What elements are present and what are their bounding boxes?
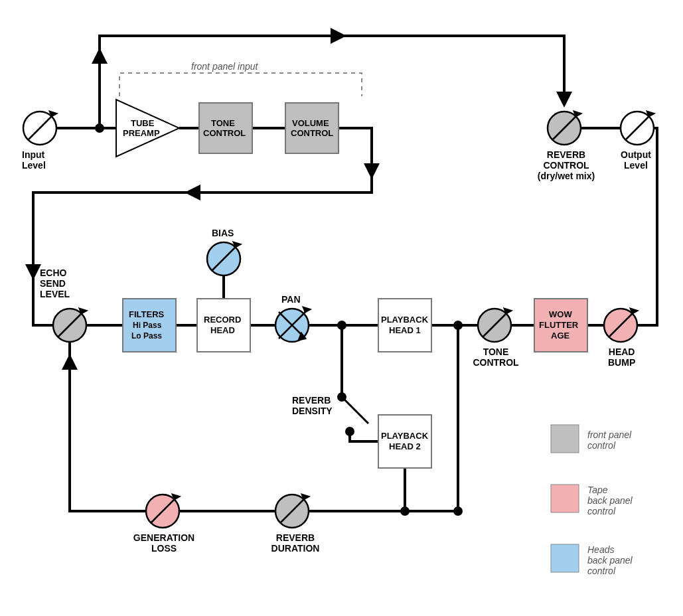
svg-text:Lo Pass: Lo Pass	[131, 331, 162, 341]
label-input-level: InputLevel	[22, 149, 46, 171]
knob-generation-loss	[146, 495, 179, 528]
knob-pan	[275, 307, 310, 342]
knob-bias	[207, 242, 240, 275]
svg-text:PREAMP: PREAMP	[123, 128, 160, 138]
label-reverb-density: REVERBDENSITY	[292, 395, 333, 416]
svg-rect-56	[551, 544, 579, 572]
svg-text:CONTROL: CONTROL	[203, 128, 246, 138]
svg-text:TUBE: TUBE	[131, 118, 155, 128]
label-generation-loss: GENERATIONLOSS	[131, 532, 197, 554]
svg-text:HEAD: HEAD	[210, 325, 235, 335]
label-tone-control-right: TONECONTROL	[473, 346, 519, 368]
label-echo-send-level: ECHOSENDLEVEL	[40, 268, 70, 299]
block-record-head: RECORD HEAD	[197, 299, 250, 352]
block-playback-head-1: PLAYBACK HEAD 1	[378, 299, 431, 352]
svg-text:RECORD: RECORD	[204, 315, 241, 325]
svg-text:PLAYBACK: PLAYBACK	[381, 431, 429, 441]
svg-text:TONE: TONE	[211, 118, 235, 128]
knob-output-level	[621, 112, 654, 145]
knob-reverb-duration	[275, 495, 309, 528]
svg-rect-54	[551, 425, 579, 453]
block-tone-control-top: TONE CONTROL	[199, 103, 252, 153]
svg-text:WOW: WOW	[549, 309, 572, 319]
label-pan: PAN	[281, 294, 301, 305]
knob-head-bump	[604, 309, 637, 342]
svg-rect-55	[551, 485, 579, 512]
svg-text:Hi Pass: Hi Pass	[133, 321, 162, 330]
label-reverb-duration: REVERBDURATION	[266, 532, 325, 554]
legend-front-panel: front panelcontrol	[587, 429, 631, 451]
label-output-level: OutputLevel	[621, 149, 651, 171]
legend	[551, 425, 579, 572]
knob-tone-control-right	[478, 309, 511, 342]
legend-tape-back-panel: Tapeback panelcontrol	[587, 485, 633, 516]
svg-text:PLAYBACK: PLAYBACK	[381, 315, 429, 325]
svg-text:FILTERS: FILTERS	[129, 309, 165, 319]
svg-text:HEAD 2: HEAD 2	[389, 441, 421, 451]
block-filters: FILTERS Hi Pass Lo Pass	[123, 299, 176, 352]
label-reverb-control: REVERBCONTROL(dry/wet mix)	[533, 149, 599, 181]
svg-text:CONTROL: CONTROL	[291, 128, 333, 138]
label-head-bump: HEADBUMP	[608, 346, 635, 368]
label-front-panel-input: front panel input	[191, 61, 258, 72]
block-volume-control: VOLUME CONTROL	[285, 103, 339, 153]
block-tube-preamp: TUBE PREAMP	[116, 100, 179, 157]
svg-point-0	[96, 125, 103, 131]
svg-text:VOLUME: VOLUME	[292, 118, 329, 128]
knob-input-level	[23, 112, 56, 145]
signal-flow-diagram: TUBE PREAMP TONE CONTROL VOLUME CONTROL …	[0, 0, 683, 616]
block-playback-head-2: PLAYBACK HEAD 2	[378, 415, 431, 468]
svg-text:HEAD 1: HEAD 1	[389, 325, 421, 335]
legend-heads-back-panel: Headsback panelcontrol	[587, 544, 633, 576]
knob-reverb-control	[548, 112, 581, 145]
knob-echo-send-level	[53, 309, 86, 342]
block-wow-flutter-age: WOW FLUTTER AGE	[534, 299, 587, 352]
label-bias: BIAS	[212, 228, 234, 238]
svg-text:AGE: AGE	[551, 331, 570, 341]
svg-text:FLUTTER: FLUTTER	[539, 320, 579, 330]
